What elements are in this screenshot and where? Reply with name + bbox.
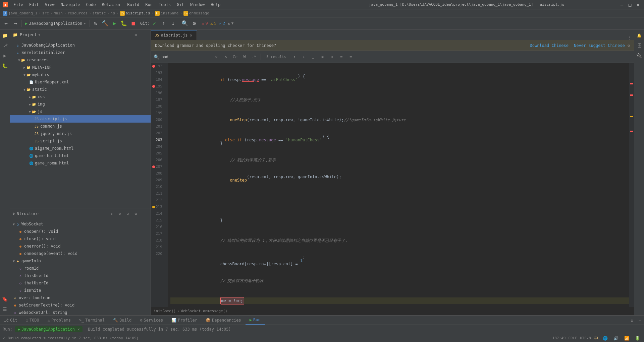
tab-run[interactable]: ▶ Run — [246, 316, 265, 325]
struct-item-setscreentext[interactable]: ● setScreenText(me): void — [10, 301, 151, 309]
struct-item-roomid[interactable]: ◇ roomId — [10, 265, 151, 272]
git-down[interactable]: ↓ — [168, 19, 178, 28]
menu-window[interactable]: Window — [187, 2, 207, 8]
project-gear[interactable]: ⚙ — [132, 31, 140, 39]
crumb-static[interactable]: static — [93, 11, 106, 15]
sys-icon-3[interactable]: 📶 — [623, 334, 631, 342]
next-result-btn[interactable]: ↓ — [300, 53, 308, 61]
commit-icon-btn[interactable]: ⎇ — [0, 41, 10, 50]
tree-item-js[interactable]: ▼ 📂 js — [10, 108, 151, 115]
crumb-resources[interactable]: resources — [67, 11, 88, 15]
tab-terminal[interactable]: >_ Terminal — [75, 316, 109, 325]
run-icon-btn[interactable]: ▶ — [0, 51, 10, 60]
search-opt2[interactable]: ⊕ — [319, 53, 327, 61]
tree-item-img[interactable]: ▶ 📁 img — [10, 100, 151, 108]
search-close-btn[interactable]: ✕ — [212, 53, 220, 61]
tree-item-java1[interactable]: ☕ JavaGobang1Application — [10, 42, 151, 49]
minimize-button[interactable]: — — [619, 1, 625, 8]
structure-gear[interactable]: ⚙ — [132, 210, 140, 218]
crumb-src[interactable]: src — [42, 11, 49, 15]
menu-run[interactable]: Run — [143, 2, 155, 8]
tree-item-usermapper[interactable]: 📄 UserMapper.xml — [10, 78, 151, 86]
tab-problems[interactable]: ⚠ Problems — [44, 316, 75, 325]
crumb-main[interactable]: main — [54, 11, 63, 15]
tree-item-common[interactable]: JS common.js — [10, 123, 151, 130]
crumb-project[interactable]: java_gobang_1 — [8, 11, 37, 15]
tree-item-resources[interactable]: ▼ 📂 resources — [10, 56, 151, 64]
search-opt4[interactable]: ≡ — [337, 53, 345, 61]
struct-item-close[interactable]: ● close(): void — [10, 235, 151, 243]
struct-item-thatuserid[interactable]: ◇ thatUserId — [10, 279, 151, 287]
notifications-icon-btn[interactable]: 🔔 — [635, 31, 644, 40]
tree-item-aiscript[interactable]: JS aiscript.js — [10, 115, 151, 123]
maximize-button[interactable]: □ — [627, 1, 633, 8]
close-button[interactable]: ✕ — [635, 1, 641, 8]
run-button[interactable]: ▶ — [110, 19, 119, 28]
crumb-initgame[interactable]: initGame — [161, 11, 178, 15]
menu-edit[interactable]: Edit — [26, 2, 42, 8]
menu-code[interactable]: Code — [84, 2, 99, 8]
struct-item-websocketurl[interactable]: ◇ websocketUrl: string — [10, 309, 151, 315]
database-icon-btn[interactable]: 🗄 — [635, 41, 644, 50]
debug-icon-btn[interactable]: 🐛 — [0, 61, 10, 70]
grammar-gear-icon[interactable]: ⚙ — [628, 43, 630, 48]
tab-build[interactable]: 🔨 Build — [109, 316, 136, 325]
plugin-icon-btn[interactable]: 🔌 — [635, 51, 644, 60]
tree-item-servlet[interactable]: ☕ ServletInitializer — [10, 49, 151, 56]
search-opt3[interactable]: ⊕ — [328, 53, 336, 61]
struct-item-thisuserid[interactable]: ◇ thisUserId — [10, 272, 151, 279]
menu-navigate[interactable]: Navigate — [58, 2, 83, 8]
structure-close[interactable]: — — [140, 210, 148, 218]
bc-onmessage[interactable]: WebSocket.onmessage() — [181, 309, 227, 313]
menu-build[interactable]: Build — [124, 2, 142, 8]
code-editor[interactable]: 192 193 194 195 196 197 198 199 200 201 … — [151, 63, 634, 307]
structure-expand[interactable]: ⊕ — [116, 210, 124, 218]
tab-profiler[interactable]: 📊 Profiler — [167, 316, 202, 325]
git-check[interactable]: ✓ — [150, 19, 159, 28]
match-word-btn[interactable]: W — [240, 53, 249, 61]
tab-dependencies[interactable]: 📦 Dependencies — [202, 316, 246, 325]
rebuild-button[interactable]: ↻ — [91, 19, 100, 28]
menu-refactor[interactable]: Refactor — [99, 2, 124, 8]
regex-btn[interactable]: .* — [250, 53, 258, 61]
tree-item-static[interactable]: ▼ 📂 static — [10, 86, 151, 93]
sys-icon-4[interactable]: 🔋 — [633, 334, 641, 342]
download-chinese-link[interactable]: Download Chinese — [530, 43, 569, 48]
run-close-icon[interactable]: ✕ — [77, 327, 80, 332]
stop-button[interactable]: ■ — [128, 19, 138, 28]
bc-initgame[interactable]: initGame() — [154, 309, 176, 313]
tab-more-btn[interactable]: ⋮ — [625, 35, 634, 40]
search-button[interactable]: 🔍 — [180, 19, 190, 28]
search-opt1[interactable]: □ — [309, 53, 317, 61]
bottom-panel-close[interactable]: — — [636, 317, 644, 325]
settings-button[interactable]: ⚙ — [190, 19, 199, 28]
struct-item-onerror[interactable]: ● onerror(): void — [10, 243, 151, 250]
menu-help[interactable]: Help — [208, 2, 223, 8]
project-icon-btn[interactable]: 📁 — [0, 31, 10, 40]
tab-close-btn[interactable]: ✕ — [190, 32, 193, 38]
build-button[interactable]: 🔨 — [100, 19, 110, 28]
struct-item-websocket[interactable]: ▼ ○ WebSocket — [10, 220, 151, 228]
structure-sort[interactable]: ↕ — [108, 210, 116, 218]
structure-icon-btn[interactable]: ☰ — [0, 304, 10, 314]
struct-item-iswhite[interactable]: ◇ isWhite — [10, 287, 151, 294]
tab-todo[interactable]: ☑ TODO — [22, 316, 44, 325]
tree-item-mybatis[interactable]: ▼ 📂 mybatis — [10, 71, 151, 78]
crumb-onmessage[interactable]: onmessage — [189, 11, 209, 15]
code-content[interactable]: if (resp.message == 'aiPutChess') { //人机… — [168, 63, 629, 307]
run-config-button[interactable]: ▶ JavaGobang1Application ▾ — [22, 19, 89, 28]
menu-tools[interactable]: Tools — [156, 2, 173, 8]
bottom-panel-gear[interactable]: ⚙ — [628, 317, 636, 325]
prev-result-btn[interactable]: ↑ — [290, 53, 299, 61]
debug-button[interactable]: 🐛 — [119, 19, 128, 28]
git-up[interactable]: ↑ — [159, 19, 168, 28]
crumb-js[interactable]: js — [111, 11, 115, 15]
search-refresh-btn[interactable]: ↻ — [222, 53, 230, 61]
tree-item-css[interactable]: ▶ 📁 css — [10, 93, 151, 100]
search-filter-btn[interactable]: ≡ — [347, 53, 355, 61]
never-suggest-link[interactable]: Never suggest Chinese — [574, 43, 625, 48]
back-button[interactable]: ← — [1, 19, 11, 28]
menu-file[interactable]: File — [11, 2, 26, 8]
struct-item-onmessage[interactable]: ● onmessage(event): void — [10, 250, 151, 257]
tree-item-gameroom[interactable]: 🌐 game_room.html — [10, 159, 151, 167]
